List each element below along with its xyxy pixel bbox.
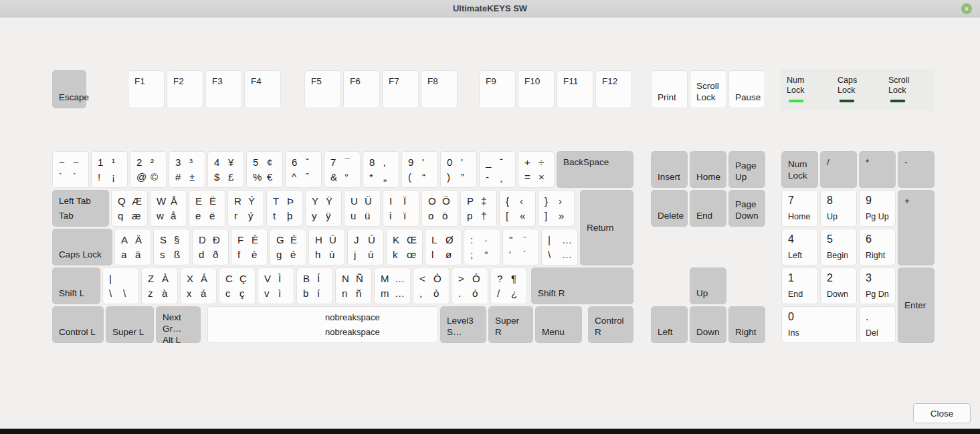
key-d[interactable]: DÐdð xyxy=(192,229,229,265)
key-4[interactable]: 4¥$£ xyxy=(207,151,244,188)
key-kp-multiply[interactable]: * xyxy=(859,151,896,188)
key-h[interactable]: HÙhù xyxy=(308,229,345,265)
key-equal[interactable]: +÷=× xyxy=(518,151,555,188)
key-print[interactable]: Print xyxy=(651,70,688,108)
key-f4[interactable]: F4 xyxy=(244,70,281,108)
key-f1[interactable]: F1 xyxy=(128,70,165,108)
key-bracketleft[interactable]: {‹[« xyxy=(499,190,536,227)
key-num-lock[interactable]: NumLock xyxy=(781,151,818,188)
key-kp-9[interactable]: 9Pg Up xyxy=(859,190,896,227)
key-y[interactable]: YŸyÿ xyxy=(305,190,342,227)
key-f[interactable]: FÈfè xyxy=(231,229,268,265)
key-down[interactable]: Down xyxy=(690,306,726,343)
key-grave[interactable]: ~~`` xyxy=(52,151,89,188)
key-o[interactable]: OÖoö xyxy=(421,190,458,227)
key-f8[interactable]: F8 xyxy=(421,70,458,108)
key-super-r[interactable]: Super R xyxy=(488,306,533,343)
key-k[interactable]: KŒkœ xyxy=(386,229,423,265)
key-e[interactable]: EËeë xyxy=(189,190,225,227)
key-super-l[interactable]: Super L xyxy=(106,306,154,343)
key-f11[interactable]: F11 xyxy=(557,70,593,108)
key-f2[interactable]: F2 xyxy=(167,70,203,108)
key-right[interactable]: Right xyxy=(728,306,765,343)
key-kp-divide[interactable]: / xyxy=(820,151,857,188)
key-q[interactable]: QÆqæ xyxy=(111,190,148,227)
key-kp-dot[interactable]: .Del xyxy=(859,306,896,343)
key-kp-6[interactable]: 6Right xyxy=(859,229,896,265)
key-6[interactable]: 6ˇ^ˆ xyxy=(285,151,322,188)
key-102nd[interactable]: |\\ xyxy=(102,267,139,304)
key-u[interactable]: UÜuü xyxy=(344,190,381,227)
key-scroll-lock[interactable]: ScrollLock xyxy=(690,70,726,108)
key-comma[interactable]: <Ò,ò xyxy=(413,267,450,304)
key-3[interactable]: 3³#± xyxy=(169,151,205,188)
key-shift-r[interactable]: Shift R xyxy=(531,267,633,304)
key-kp-1[interactable]: 1End xyxy=(781,267,818,304)
key-w[interactable]: WÅwå xyxy=(150,190,187,227)
key-kp-0[interactable]: 0Ins xyxy=(781,306,857,343)
key-alt-l[interactable]: Next Gr…Alt L xyxy=(156,306,201,343)
key-r[interactable]: RÝrý xyxy=(227,190,264,227)
key-f3[interactable]: F3 xyxy=(205,70,242,108)
key-n[interactable]: NÑnñ xyxy=(335,267,372,304)
key-x[interactable]: XÁxá xyxy=(180,267,217,304)
key-2[interactable]: 2²@© xyxy=(130,151,167,188)
key-1[interactable]: 1¹!¡ xyxy=(91,151,128,188)
key-z[interactable]: ZÀzà xyxy=(141,267,178,304)
key-delete[interactable]: Delete xyxy=(651,190,688,227)
key-t[interactable]: TÞtþ xyxy=(266,190,303,227)
key-kp-add[interactable]: + xyxy=(898,190,935,265)
key-c[interactable]: CÇcç xyxy=(219,267,256,304)
key-menu[interactable]: Menu xyxy=(535,306,582,343)
key-8[interactable]: 8‚*„ xyxy=(363,151,399,188)
key-j[interactable]: JÚjú xyxy=(347,229,384,265)
key-page-up[interactable]: PageUp xyxy=(728,151,765,188)
key-space[interactable]: nobreakspacenobreakspace xyxy=(207,306,438,343)
key-9[interactable]: 9'(“ xyxy=(401,151,438,188)
key-7[interactable]: 7¯&° xyxy=(324,151,361,188)
key-up[interactable]: Up xyxy=(690,267,726,304)
key-page-down[interactable]: PageDown xyxy=(728,190,765,227)
key-s[interactable]: S§sß xyxy=(153,229,190,265)
key-minus[interactable]: _˘-¸ xyxy=(479,151,516,188)
key-b[interactable]: BÍbí xyxy=(296,267,333,304)
key-level3[interactable]: Level3 S… xyxy=(440,306,486,343)
window-close-button[interactable]: × xyxy=(961,3,972,14)
key-a[interactable]: AÄaä xyxy=(114,229,151,265)
key-l[interactable]: LØlø xyxy=(425,229,462,265)
key-p[interactable]: P‡p† xyxy=(460,190,497,227)
key-kp-7[interactable]: 7Home xyxy=(781,190,818,227)
key-f12[interactable]: F12 xyxy=(595,70,632,108)
key-return[interactable]: Return xyxy=(580,190,633,265)
key-kp-8[interactable]: 8Up xyxy=(820,190,857,227)
key-kp-subtract[interactable]: - xyxy=(898,151,935,188)
key-backspace[interactable]: BackSpace xyxy=(557,151,633,188)
key-f10[interactable]: F10 xyxy=(518,70,555,108)
key-f6[interactable]: F6 xyxy=(343,70,380,108)
key-f7[interactable]: F7 xyxy=(382,70,419,108)
key-apostrophe[interactable]: "¨'´ xyxy=(502,229,539,265)
key-left[interactable]: Left xyxy=(651,306,688,343)
key-control-l[interactable]: Control L xyxy=(52,306,104,343)
key-escape[interactable]: Escape xyxy=(52,70,86,108)
key-shift-l[interactable]: Shift L xyxy=(52,267,100,304)
key-period[interactable]: >Ó.ó xyxy=(452,267,488,304)
key-kp-3[interactable]: 3Pg Dn xyxy=(859,267,896,304)
key-5[interactable]: 5¢%€ xyxy=(246,151,283,188)
key-kp-enter[interactable]: Enter xyxy=(898,267,935,343)
key-f5[interactable]: F5 xyxy=(304,70,341,108)
key-kp-2[interactable]: 2Down xyxy=(820,267,857,304)
key-m[interactable]: M…m… xyxy=(374,267,411,304)
close-button[interactable]: Close xyxy=(913,403,971,423)
key-backslash[interactable]: |…\… xyxy=(541,229,578,265)
key-semicolon[interactable]: :·;° xyxy=(464,229,500,265)
key-insert[interactable]: Insert xyxy=(651,151,688,188)
key-caps-lock[interactable]: Caps Lock xyxy=(52,229,112,265)
key-slash[interactable]: ?¶/¿ xyxy=(490,267,527,304)
key-f9[interactable]: F9 xyxy=(479,70,516,108)
key-tab[interactable]: Left TabTab xyxy=(52,190,109,227)
key-kp-4[interactable]: 4Left xyxy=(781,229,818,265)
key-control-r[interactable]: Control R xyxy=(588,306,633,343)
key-pause[interactable]: Pause xyxy=(728,70,765,108)
key-v[interactable]: VÌvì xyxy=(258,267,294,304)
